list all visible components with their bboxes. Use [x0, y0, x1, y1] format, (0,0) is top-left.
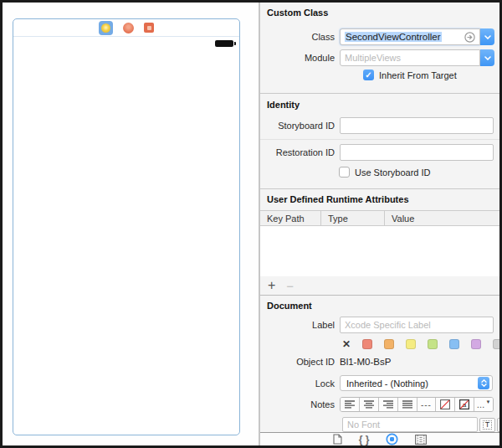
dashes-segment[interactable]: ---	[417, 398, 437, 411]
inherit-from-target-label: Inherit From Target	[379, 70, 457, 80]
no-text-color-icon[interactable]: a	[455, 398, 474, 411]
more-caret-icon: ▼	[486, 399, 491, 404]
color-swatch[interactable]	[493, 339, 499, 349]
quick-help-braces-tab-icon[interactable]: { }	[359, 434, 370, 445]
align-left-icon[interactable]	[341, 398, 360, 411]
class-value: SecondViewController	[345, 32, 442, 42]
section-divider	[260, 188, 499, 189]
runtime-attributes-toolbar: + −	[260, 276, 499, 296]
lock-stepper-icon[interactable]	[478, 377, 489, 389]
runtime-attributes-section-title: User Defined Runtime Attributes	[267, 194, 409, 204]
module-dropdown-button[interactable]	[480, 49, 494, 66]
class-label: Class	[260, 32, 340, 42]
color-swatch[interactable]	[384, 339, 394, 349]
object-id-value: Bl1-M0-BsP	[340, 357, 391, 367]
font-stepper-icon[interactable]: ˄	[497, 418, 499, 432]
class-dropdown-button[interactable]	[480, 28, 494, 45]
column-header-value[interactable]: Value	[385, 211, 499, 225]
custom-class-section-title: Custom Class	[267, 8, 328, 18]
lock-dropdown[interactable]: Inherited - (Nothing)	[340, 375, 493, 391]
identity-inspector-tab-icon[interactable]	[386, 434, 398, 445]
inherit-from-target-checkbox[interactable]: ✓	[363, 70, 374, 80]
use-storyboard-id-checkbox[interactable]	[339, 167, 350, 178]
module-placeholder: MultipleViews	[345, 53, 401, 63]
document-section-title: Document	[267, 301, 312, 311]
storyboard-canvas	[3, 3, 259, 445]
font-row: T ˄	[342, 417, 499, 432]
inspector-tab-bar: { }	[260, 432, 499, 445]
notes-format-bar: --- a … ▼	[340, 397, 494, 412]
color-swatch[interactable]	[471, 339, 481, 349]
runtime-attributes-table-header: Key Path Type Value	[260, 210, 499, 226]
color-swatches: ✕	[342, 338, 499, 349]
identity-inspector-panel: Custom Class Class SecondViewController …	[259, 3, 499, 445]
add-attribute-button[interactable]: +	[268, 279, 275, 292]
color-swatch[interactable]	[449, 339, 459, 349]
no-fill-color-icon[interactable]	[436, 398, 455, 411]
screenshot-root: Custom Class Class SecondViewController …	[0, 0, 502, 448]
storyboard-id-input[interactable]	[340, 117, 494, 134]
restoration-id-input[interactable]	[340, 144, 494, 161]
battery-status-icon	[215, 40, 233, 47]
section-divider	[260, 93, 499, 94]
align-center-icon[interactable]	[360, 398, 379, 411]
class-field[interactable]: SecondViewController	[340, 28, 480, 45]
storyboard-id-label: Storyboard ID	[260, 121, 340, 131]
column-header-type[interactable]: Type	[321, 211, 385, 225]
lock-value: Inherited - (Nothing)	[346, 378, 428, 389]
view-controller-icon[interactable]	[99, 21, 113, 35]
font-input[interactable]	[342, 417, 478, 432]
document-label-label: Label	[260, 320, 340, 330]
color-swatch[interactable]	[406, 339, 416, 349]
align-right-icon[interactable]	[379, 398, 398, 411]
scene-dock	[13, 19, 239, 37]
lock-label: Lock	[260, 378, 340, 389]
font-picker-button[interactable]: T	[479, 418, 495, 432]
document-label-input[interactable]	[340, 317, 494, 333]
use-storyboard-id-label: Use Storyboard ID	[355, 167, 430, 178]
color-swatch[interactable]	[428, 339, 438, 349]
jump-to-class-icon[interactable]	[464, 32, 475, 43]
identity-section-title: Identity	[267, 100, 300, 110]
more-options-segment[interactable]: … ▼	[474, 398, 493, 411]
object-id-label: Object ID	[260, 357, 340, 367]
first-responder-icon[interactable]	[123, 23, 134, 33]
notes-label: Notes	[260, 399, 340, 409]
row-divider	[260, 139, 499, 140]
view-controller-scene[interactable]	[13, 18, 240, 435]
exit-icon[interactable]	[144, 23, 154, 33]
module-field[interactable]: MultipleViews	[340, 49, 480, 66]
restoration-id-label: Restoration ID	[260, 147, 340, 157]
align-justify-icon[interactable]	[398, 398, 417, 411]
runtime-attributes-table[interactable]: Key Path Type Value	[260, 210, 499, 276]
window-content: Custom Class Class SecondViewController …	[3, 3, 499, 445]
remove-attribute-button[interactable]: −	[286, 280, 294, 292]
column-header-keypath[interactable]: Key Path	[260, 211, 321, 225]
media-library-tab-icon[interactable]	[415, 434, 427, 445]
color-swatch[interactable]	[362, 339, 372, 349]
module-label: Module	[260, 53, 340, 63]
clear-color-icon[interactable]: ✕	[342, 339, 351, 349]
file-inspector-tab-icon[interactable]	[333, 434, 342, 445]
